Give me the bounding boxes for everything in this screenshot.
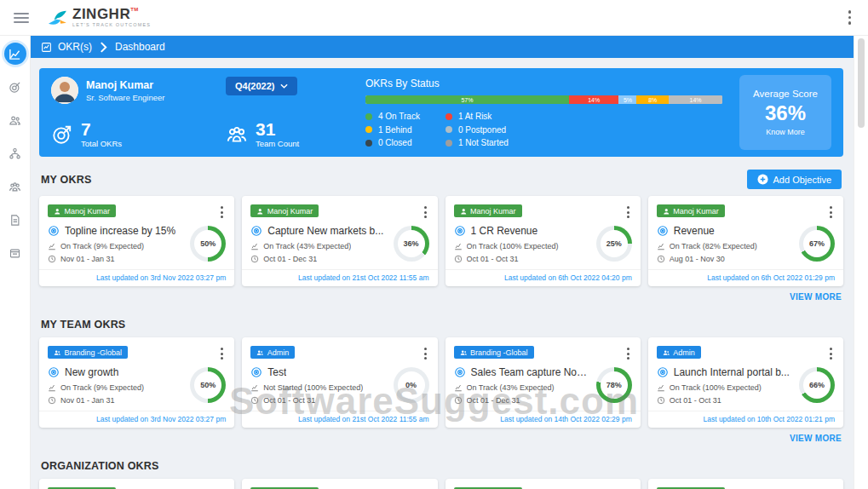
people-icon	[9, 181, 21, 193]
okr-card[interactable]: Admin Launch Internal portal b... On Tra…	[648, 337, 843, 428]
date-range: Oct 01 - Oct 31	[263, 396, 315, 405]
last-updated: Last updated on 6th Oct 2022 01:29 pm	[648, 269, 843, 286]
total-okrs-counter: 7 Total OKRs	[51, 120, 226, 148]
legend-item: 1 Not Started	[445, 138, 509, 147]
okr-card[interactable]: Manoj Kumar	[242, 479, 437, 489]
legend-item: 4 On Track	[365, 112, 420, 121]
team-group-icon	[9, 114, 21, 127]
last-updated: Last updated on 21st Oct 2022 11:55 am	[242, 411, 437, 428]
okr-card[interactable]: Manoj Kumar	[39, 479, 234, 489]
view-more-my-team-okrs[interactable]: VIEW MORE	[41, 434, 842, 443]
okr-card[interactable]: Manoj Kumar Revenue On Track (82% Expect…	[648, 196, 843, 286]
legend-item: 0 Closed	[365, 138, 420, 147]
hamburger-menu-icon[interactable]	[12, 9, 31, 26]
sidebar-item-reports[interactable]	[4, 242, 26, 264]
clock-icon	[454, 255, 463, 263]
trend-chart-icon	[657, 383, 665, 392]
okr-card[interactable]: Branding -Global New growth On Track (9%…	[39, 337, 234, 428]
objective-title: Launch Internal portal b...	[674, 366, 790, 378]
add-objective-button[interactable]: Add Objective	[747, 170, 842, 189]
header-kebab-menu-icon[interactable]	[843, 7, 857, 28]
owner-badge: Admin	[250, 346, 295, 359]
breadcrumb-section[interactable]: OKR(s)	[58, 41, 92, 53]
document-icon	[9, 214, 21, 227]
date-range: Nov 01 - Jan 31	[60, 255, 115, 263]
progress-ring: 67%	[799, 226, 835, 262]
date-range: Oct 01 - Oct 31	[670, 396, 721, 405]
progress-ring: 0%	[394, 367, 429, 403]
objective-target-icon	[48, 225, 60, 237]
okr-card[interactable]: Manoj Kumar Capture New markets b... On …	[242, 196, 437, 286]
okr-card[interactable]: Manoj Kumar Topline increase by 15% On T…	[39, 196, 234, 286]
sidebar-item-goals[interactable]	[4, 76, 26, 98]
okr-card[interactable]: Manoj Kumar 1 CR Revenue On Track (100% …	[445, 196, 641, 286]
okr-card[interactable]: Branding -Global Sales Team capture Nort…	[445, 337, 641, 428]
legend-dot	[445, 126, 452, 133]
status-segment: 8%	[636, 95, 669, 104]
hummingbird-logo-icon	[44, 5, 70, 31]
zinghr-logo[interactable]: ZINGHRTM LET'S TRACK OUTCOMES	[44, 5, 151, 31]
scrollbar-thumb[interactable]	[858, 38, 865, 128]
my-team-okrs-cards: Branding -Global New growth On Track (9%…	[39, 337, 843, 428]
objective-target-icon	[250, 225, 262, 237]
clock-icon	[657, 396, 665, 405]
organization-okrs-cards: Manoj Kumar Manoj Kumar Manoj Kumar Mano…	[39, 479, 843, 489]
clock-icon	[454, 396, 463, 405]
team-icon	[256, 349, 264, 357]
okrs-by-status: OKRs By Status 57% 14% 5% 8% 14% 4 On Tr…	[362, 77, 739, 148]
sidebar-item-org[interactable]	[4, 142, 26, 164]
trend-chart-icon	[250, 242, 259, 250]
card-menu-icon[interactable]	[825, 204, 836, 221]
card-menu-icon[interactable]	[420, 345, 431, 362]
person-icon	[256, 208, 264, 216]
status-segment: 5%	[618, 95, 636, 104]
legend-dot	[365, 126, 372, 133]
status-text: On Track (100% Expected)	[467, 242, 559, 250]
card-menu-icon[interactable]	[623, 345, 634, 362]
okr-card[interactable]: Manoj Kumar	[445, 479, 641, 489]
scrollbar[interactable]	[854, 36, 868, 489]
breadcrumb-page[interactable]: Dashboard	[115, 41, 165, 53]
last-updated: Last updated on 6th Oct 2022 04:20 pm	[445, 269, 641, 286]
status-legend: 4 On Track 1 Behind 0 Closed 1 At Risk 0…	[365, 112, 509, 147]
top-bar: ZINGHRTM LET'S TRACK OUTCOMES	[0, 0, 868, 36]
card-menu-icon[interactable]	[825, 345, 836, 362]
group-icon	[226, 124, 248, 146]
sidebar-item-dashboard[interactable]	[4, 43, 26, 65]
trend-chart-icon	[454, 383, 463, 392]
trend-chart-icon	[657, 242, 665, 250]
objective-title: Revenue	[674, 225, 715, 237]
objective-title: 1 CR Revenue	[471, 225, 538, 237]
card-menu-icon[interactable]	[623, 204, 634, 221]
owner-badge: Branding -Global	[454, 346, 534, 359]
objective-target-icon	[657, 366, 669, 378]
know-more-link[interactable]: Know More	[766, 128, 805, 136]
sidebar-item-teams[interactable]	[4, 109, 26, 131]
sidebar-item-people[interactable]	[4, 175, 26, 198]
clock-icon	[657, 255, 665, 263]
legend-item: 1 Behind	[365, 125, 420, 135]
user-avatar	[51, 77, 78, 104]
card-menu-icon[interactable]	[216, 345, 227, 362]
quarter-selector[interactable]: Q4(2022)	[226, 77, 297, 95]
legend-dot	[365, 140, 372, 147]
trend-chart-icon	[454, 242, 463, 250]
objective-title: Sales Team capture Nort...	[471, 366, 589, 378]
owner-badge: Manoj Kumar	[250, 204, 319, 217]
owner-badge: Manoj Kumar	[454, 204, 522, 217]
progress-ring: 36%	[394, 226, 429, 262]
view-more-my-okrs[interactable]: VIEW MORE	[41, 292, 842, 302]
dashboard-chart-icon	[9, 48, 21, 60]
card-menu-icon[interactable]	[216, 204, 227, 221]
team-count-value: 31	[256, 120, 299, 138]
okr-card[interactable]: Manoj Kumar	[648, 479, 843, 489]
person-icon	[460, 208, 468, 216]
progress-ring: 66%	[799, 367, 835, 403]
user-job-title: Sr. Software Engineer	[86, 93, 164, 102]
okr-card[interactable]: Admin Test Not Started (100% Expected) O…	[242, 337, 437, 428]
last-updated: Last updated on 3rd Nov 2022 03:27 pm	[39, 269, 234, 286]
sidebar-item-documents[interactable]	[4, 209, 26, 231]
person-icon	[54, 208, 61, 216]
card-menu-icon[interactable]	[420, 204, 431, 221]
my-okrs-cards: Manoj Kumar Topline increase by 15% On T…	[39, 196, 843, 286]
